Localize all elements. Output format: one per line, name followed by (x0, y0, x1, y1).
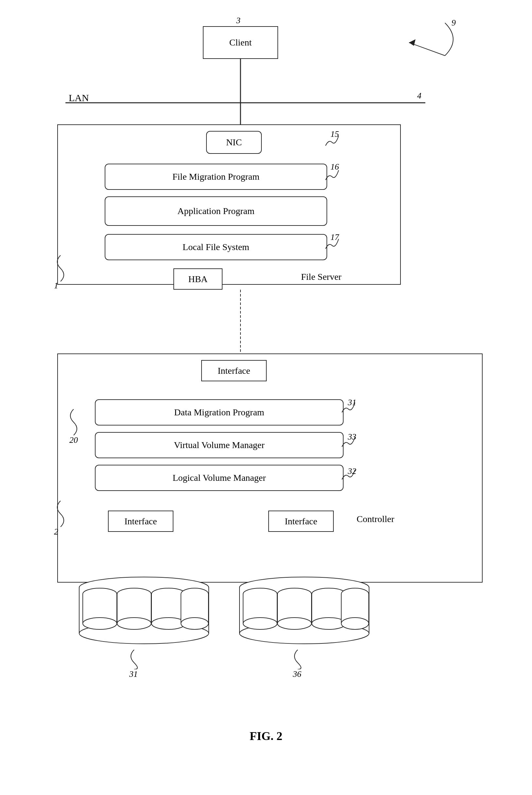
ref-31-squiggle (340, 399, 357, 416)
interface-right-box: Interface (268, 511, 334, 532)
ref-31b-squiggle (124, 650, 144, 669)
data-migration-program-label: Data Migration Program (174, 407, 264, 418)
client-box: Client (203, 26, 278, 59)
controller-label: Controller (357, 514, 394, 524)
ref-36-squiggle (288, 650, 307, 669)
svg-point-48 (278, 618, 311, 629)
svg-point-18 (83, 618, 117, 629)
nic-box: NIC (206, 131, 262, 154)
application-program-box: Application Program (105, 196, 327, 226)
svg-point-33 (181, 618, 208, 629)
svg-point-23 (117, 618, 151, 629)
ref-16-squiggle (324, 167, 340, 216)
hba-label: HBA (188, 274, 207, 284)
svg-point-43 (243, 618, 277, 629)
ref-2-squiggle (51, 501, 70, 527)
svg-point-58 (341, 618, 369, 629)
ref-1: 1 (54, 281, 58, 291)
local-file-system-label: Local File System (183, 242, 249, 252)
ref-31b: 31 (129, 669, 138, 679)
svg-marker-8 (409, 39, 416, 46)
ref-4: 4 (417, 91, 421, 101)
lan-label: LAN (69, 92, 89, 103)
ref-20: 20 (69, 435, 78, 445)
interface-left-label: Interface (124, 516, 157, 527)
local-file-system-box: Local File System (105, 234, 327, 260)
virtual-volume-manager-box: Virtual Volume Manager (95, 432, 344, 458)
ref-15-squiggle (324, 133, 340, 149)
svg-point-28 (151, 618, 186, 629)
ref-17-squiggle (324, 236, 340, 252)
file-migration-program-box: File Migration Program (105, 164, 327, 190)
disk-array-right (239, 576, 370, 651)
virtual-volume-manager-label: Virtual Volume Manager (174, 440, 264, 450)
file-server-label: File Server (301, 272, 342, 282)
nic-label: NIC (226, 137, 242, 148)
logical-volume-manager-label: Logical Volume Manager (172, 473, 266, 483)
svg-line-7 (409, 42, 445, 56)
application-program-label: Application Program (177, 206, 254, 216)
logical-volume-manager-box: Logical Volume Manager (95, 465, 344, 491)
interface-right-label: Interface (285, 516, 317, 527)
ref-20-squiggle (64, 409, 83, 435)
figure-caption: FIG. 2 (0, 729, 532, 743)
ref-33-squiggle (340, 434, 357, 450)
ref-9: 9 (452, 18, 456, 28)
diagram: 9 3 Client LAN 4 NIC 15 File Migration P… (0, 0, 532, 753)
ref-32-squiggle (340, 467, 357, 483)
interface-top-box: Interface (201, 360, 267, 381)
client-label: Client (229, 37, 252, 48)
interface-left-box: Interface (108, 511, 173, 532)
interface-top-label: Interface (217, 365, 250, 376)
disk-array-left (78, 576, 209, 651)
ref-3: 3 (236, 16, 241, 25)
ref-2: 2 (54, 527, 58, 537)
ref-36: 36 (293, 669, 301, 679)
hba-box: HBA (173, 268, 223, 290)
ref-1-squiggle (51, 255, 70, 282)
file-migration-program-label: File Migration Program (172, 171, 260, 182)
data-migration-program-box: Data Migration Program (95, 399, 344, 425)
svg-point-53 (312, 618, 346, 629)
